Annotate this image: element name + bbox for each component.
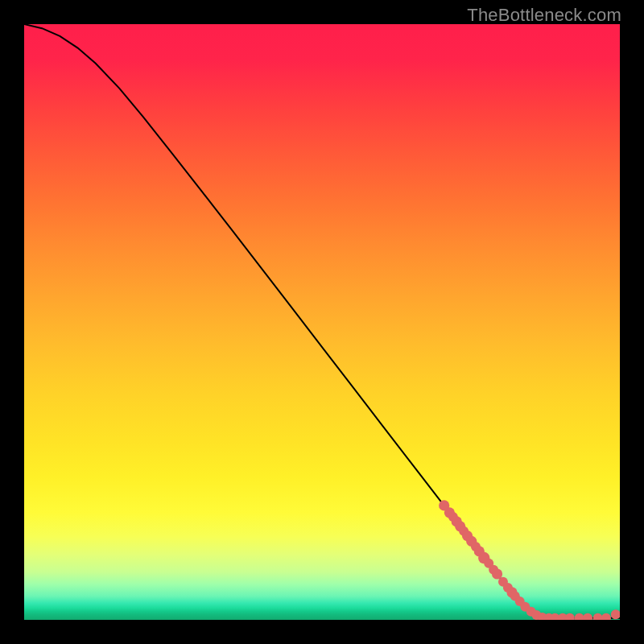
watermark-credit: TheBottleneck.com (467, 5, 621, 26)
gradient-plot-area (24, 24, 620, 620)
chart-frame: TheBottleneck.com (0, 0, 644, 644)
